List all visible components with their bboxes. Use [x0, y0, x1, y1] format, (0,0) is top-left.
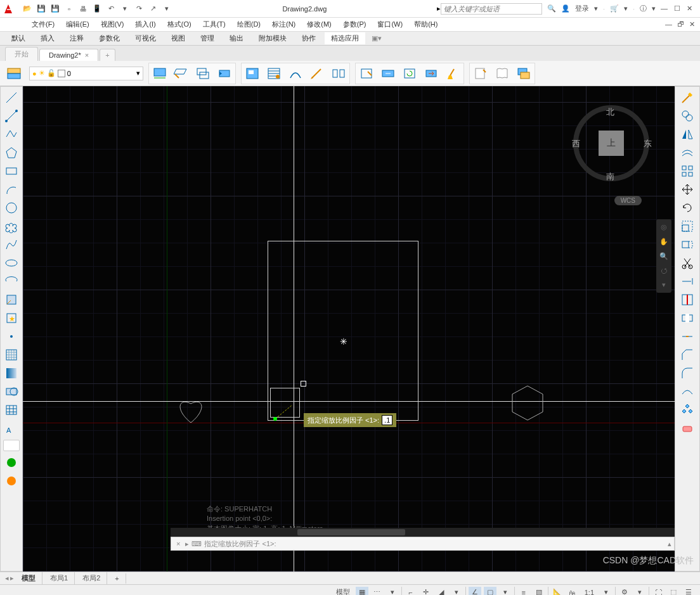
status-sc-icon[interactable]: 📐	[551, 587, 564, 596]
menu-file[interactable]: 文件(F)	[32, 20, 55, 29]
rtab-addon[interactable]: 附加模块	[252, 32, 293, 44]
cmd-input[interactable]: 指定缩放比例因子 <1>:	[204, 539, 665, 549]
stretch-icon[interactable]	[678, 236, 696, 253]
minimize-icon[interactable]: —	[661, 4, 668, 13]
circle-icon[interactable]	[3, 200, 20, 216]
insert-block-icon[interactable]	[3, 291, 20, 308]
close-icon[interactable]: ✕	[687, 4, 692, 13]
saveas-icon[interactable]: 💾	[49, 3, 61, 15]
explode-icon[interactable]	[678, 402, 696, 418]
revcloud-icon[interactable]	[3, 218, 20, 234]
doc-max-icon[interactable]: 🗗	[677, 20, 684, 29]
model-tabs-prev-icon[interactable]: ◂	[5, 574, 9, 582]
array-icon[interactable]	[678, 163, 696, 179]
make-block-icon[interactable]: ★	[3, 310, 20, 326]
menu-help[interactable]: 帮助(H)	[414, 20, 438, 29]
nav-orbit-icon[interactable]: ⭯	[661, 267, 668, 274]
viewcube-e[interactable]: 东	[644, 138, 652, 150]
dtab-new[interactable]: +	[100, 49, 115, 61]
block-tool-icon[interactable]	[379, 65, 398, 82]
binoculars-icon[interactable]: 🔍	[547, 4, 556, 13]
join-icon[interactable]	[678, 328, 696, 345]
broom-icon[interactable]	[443, 65, 462, 82]
share-icon[interactable]: ↗	[147, 3, 159, 15]
app-icon[interactable]: ▾	[624, 4, 628, 13]
status-otrack-icon[interactable]: ▢	[484, 587, 496, 596]
menu-edit[interactable]: 编辑(E)	[66, 20, 89, 29]
plot-icon[interactable]: 🖶	[77, 3, 89, 15]
move-tool-icon[interactable]	[422, 65, 441, 82]
fillet-icon[interactable]	[678, 365, 696, 381]
status-grid-icon[interactable]: ▦	[356, 587, 368, 596]
rectangle-icon[interactable]	[3, 163, 20, 179]
copy-circles-icon[interactable]	[678, 108, 696, 124]
viewcube[interactable]: 上 北 南 西 东	[567, 99, 656, 188]
status-dropdown3[interactable]: ▾	[499, 587, 512, 596]
text-icon[interactable]: A	[3, 420, 20, 437]
book-icon[interactable]	[493, 65, 512, 82]
blend-icon[interactable]	[678, 383, 696, 400]
viewcube-s[interactable]: 南	[606, 171, 614, 182]
polyline-icon[interactable]	[3, 126, 20, 143]
break2-icon[interactable]	[678, 310, 696, 326]
viewcube-n[interactable]: 北	[606, 106, 614, 118]
status-polar-icon[interactable]: ✛	[420, 587, 432, 596]
nav-zoom-icon[interactable]: 🔍	[659, 252, 668, 260]
menu-view[interactable]: 视图(V)	[101, 20, 124, 29]
layer-prev-icon[interactable]	[215, 65, 234, 82]
chamfer-icon[interactable]	[678, 347, 696, 363]
save-icon[interactable]: 💾	[36, 3, 47, 15]
erase-icon[interactable]	[678, 420, 696, 437]
rtab-more-icon[interactable]: ▣▾	[372, 34, 382, 42]
cart-icon[interactable]: 🛒	[610, 4, 619, 13]
dtab-close-icon[interactable]: ×	[85, 51, 89, 59]
undo-icon[interactable]: ↶	[105, 3, 117, 15]
superhatch-icon[interactable]	[243, 65, 262, 82]
rtab-featured[interactable]: 精选应用	[325, 32, 365, 44]
menu-window[interactable]: 窗口(W)	[377, 20, 403, 29]
login-label[interactable]: 登录	[575, 4, 589, 13]
viewcube-top[interactable]: 上	[599, 131, 624, 156]
color-green-icon[interactable]	[3, 454, 20, 471]
offset-icon[interactable]	[678, 144, 696, 161]
rtab-output[interactable]: 输出	[223, 32, 250, 44]
extend-icon[interactable]	[678, 273, 696, 290]
pencil-line-icon[interactable]	[678, 89, 696, 106]
palette-handle[interactable]	[3, 440, 20, 451]
scale-icon[interactable]	[678, 218, 696, 234]
pencil-tool-icon[interactable]	[308, 65, 327, 82]
redo-icon[interactable]: ↷	[133, 3, 145, 15]
rotate-icon[interactable]	[678, 200, 696, 216]
color-orange-icon[interactable]	[3, 473, 20, 489]
dtab-drawing[interactable]: Drawing2* ×	[39, 49, 98, 61]
menu-param[interactable]: 参数(P)	[343, 20, 366, 29]
dropdown2-icon[interactable]: ▾	[161, 3, 172, 15]
hatch-icon[interactable]	[3, 347, 20, 363]
cmd-close-icon[interactable]: ×	[174, 540, 183, 547]
help-icon[interactable]: ⓘ	[640, 4, 647, 13]
status-model-btn[interactable]: 模型	[333, 587, 353, 596]
status-max-icon[interactable]: ⛶	[652, 587, 664, 596]
status-anno-icon[interactable]: 🗛	[566, 587, 579, 596]
layer-props-icon[interactable]	[5, 65, 24, 82]
mtab-add[interactable]: +	[108, 573, 126, 584]
dtab-start[interactable]: 开始	[5, 47, 38, 61]
mtab-layout2[interactable]: 布局2	[76, 572, 107, 584]
status-iso-icon[interactable]: ◢	[435, 587, 448, 596]
nav-more-icon[interactable]: ▾	[662, 281, 666, 289]
ellipse-arc-icon[interactable]	[3, 273, 20, 290]
rtab-collab[interactable]: 协作	[295, 32, 322, 44]
trim-icon[interactable]	[678, 255, 696, 271]
rtab-param[interactable]: 参数化	[93, 32, 126, 44]
status-custom-icon[interactable]: ☰	[682, 587, 695, 596]
menu-draw[interactable]: 绘图(D)	[237, 20, 261, 29]
rtab-annotate[interactable]: 注释	[63, 32, 90, 44]
move-icon[interactable]	[678, 181, 696, 198]
mtab-model[interactable]: 模型	[15, 572, 42, 584]
status-dropdown5[interactable]: ▾	[633, 587, 646, 596]
status-osnap-icon[interactable]: ∠	[469, 587, 481, 596]
canvas-scrollbar-h[interactable]	[171, 528, 675, 537]
edit-tool-icon[interactable]	[357, 65, 376, 82]
new-icon[interactable]: ▫	[63, 3, 75, 15]
hatch-lines-icon[interactable]	[264, 65, 283, 82]
